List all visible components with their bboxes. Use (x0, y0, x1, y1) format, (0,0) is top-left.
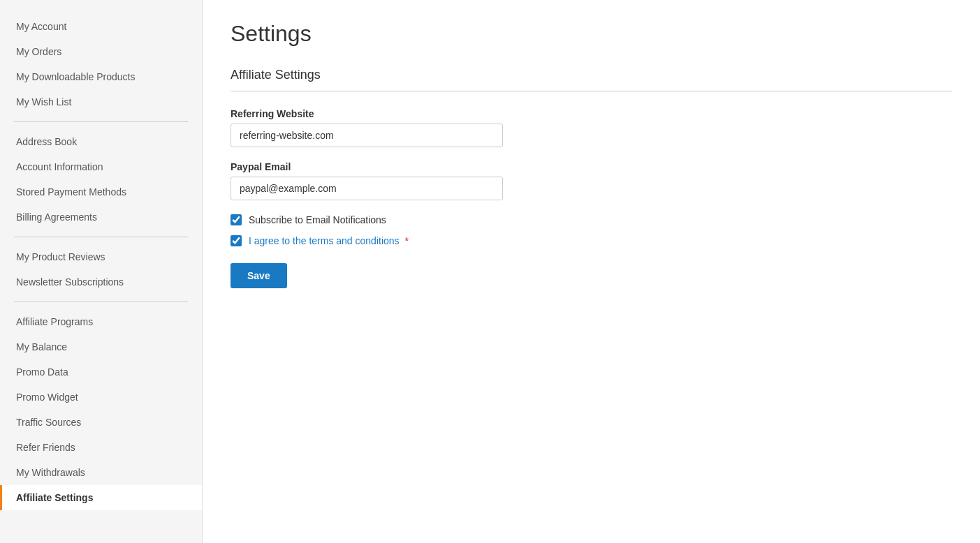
terms-label-text: I agree to the terms and conditions (249, 235, 400, 246)
referring-website-input[interactable] (231, 124, 503, 147)
paypal-email-input[interactable] (231, 177, 503, 200)
terms-label: I agree to the terms and conditions * (249, 235, 409, 246)
sidebar-item-my-wish-list[interactable]: My Wish List (0, 89, 202, 114)
referring-website-group: Referring Website (231, 108, 952, 147)
sidebar-item-newsletter-subscriptions[interactable]: Newsletter Subscriptions (0, 269, 202, 295)
section-title: Affiliate Settings (231, 68, 952, 91)
sidebar-item-affiliate-settings[interactable]: Affiliate Settings (0, 485, 202, 510)
sidebar: My AccountMy OrdersMy Downloadable Produ… (0, 0, 203, 543)
sidebar-item-my-account[interactable]: My Account (0, 14, 202, 39)
sidebar-divider (14, 237, 188, 237)
sidebar-item-my-balance[interactable]: My Balance (0, 334, 202, 359)
terms-checkbox[interactable] (231, 235, 242, 246)
sidebar-item-traffic-sources[interactable]: Traffic Sources (0, 410, 202, 435)
sidebar-item-my-product-reviews[interactable]: My Product Reviews (0, 244, 202, 269)
sidebar-divider (14, 121, 188, 122)
sidebar-item-affiliate-programs[interactable]: Affiliate Programs (0, 309, 202, 334)
sidebar-item-promo-widget[interactable]: Promo Widget (0, 385, 202, 410)
sidebar-item-account-information[interactable]: Account Information (0, 154, 202, 179)
sidebar-item-billing-agreements[interactable]: Billing Agreements (0, 204, 202, 230)
sidebar-item-my-orders[interactable]: My Orders (0, 39, 202, 64)
sidebar-item-stored-payment-methods[interactable]: Stored Payment Methods (0, 179, 202, 204)
subscribe-group: Subscribe to Email Notifications (231, 214, 952, 225)
main-content: Settings Affiliate Settings Referring We… (203, 0, 980, 543)
sidebar-divider (14, 302, 188, 302)
required-star: * (404, 235, 408, 246)
sidebar-item-address-book[interactable]: Address Book (0, 129, 202, 154)
terms-group: I agree to the terms and conditions * (231, 235, 952, 246)
sidebar-item-refer-friends[interactable]: Refer Friends (0, 435, 202, 460)
page-title: Settings (231, 21, 952, 47)
sidebar-item-promo-data[interactable]: Promo Data (0, 359, 202, 385)
referring-website-label: Referring Website (231, 108, 952, 119)
sidebar-item-my-downloadable-products[interactable]: My Downloadable Products (0, 64, 202, 89)
paypal-email-group: Paypal Email (231, 161, 952, 200)
subscribe-checkbox[interactable] (231, 214, 242, 225)
paypal-email-label: Paypal Email (231, 161, 952, 172)
sidebar-item-my-withdrawals[interactable]: My Withdrawals (0, 460, 202, 485)
save-button[interactable]: Save (231, 263, 287, 288)
subscribe-label: Subscribe to Email Notifications (249, 214, 386, 225)
